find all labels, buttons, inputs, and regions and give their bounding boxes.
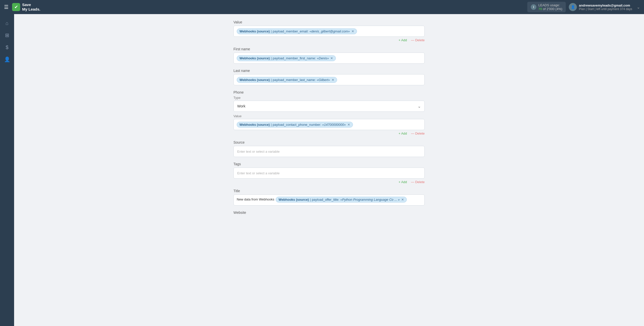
tags-label: Tags (233, 162, 425, 166)
phone-value-input-box[interactable]: Webhooks (source) | payload_contact_phon… (233, 119, 425, 130)
phone-field-group: Phone Type Work ⌄ Value Webhooks (source… (233, 90, 425, 135)
hamburger-icon[interactable]: ☰ (4, 4, 9, 10)
last-name-chip: Webhooks (source) | payload_member_last_… (237, 77, 337, 83)
user-avatar: 👤 (569, 3, 577, 11)
website-label: Website (233, 211, 425, 215)
title-field-group: Title New data from Webhooks Webhooks (s… (233, 189, 425, 206)
phone-field-actions: + Add — Delete (233, 132, 425, 135)
value-add-button[interactable]: + Add (398, 38, 407, 42)
top-navigation: ☰ ✔ Save My Leads. i LEADS usage: 70 of … (0, 0, 644, 14)
logo-text: Save My Leads. (22, 3, 41, 12)
title-label: Title (233, 189, 425, 193)
logo: ✔ Save My Leads. (12, 3, 41, 12)
logo-icon: ✔ (12, 3, 20, 11)
user-info: 👤 andrewsavemyleads@gmail.com Plan | Sta… (569, 3, 640, 11)
phone-label: Phone (233, 90, 425, 94)
title-chip: Webhooks (source) | payload_offer_title:… (276, 197, 407, 202)
phone-type-chevron: ⌄ (418, 104, 421, 109)
value-input-box[interactable]: Webhooks (source) | payload_member_email… (233, 26, 425, 37)
first-name-chip-close[interactable]: ✕ (330, 56, 333, 60)
main-content: Value Webhooks (source) | payload_member… (14, 14, 644, 326)
value-chip: Webhooks (source) | payload_member_email… (237, 28, 357, 34)
tags-input[interactable]: Enter text or select a variable (233, 168, 425, 179)
title-chip-close[interactable]: ✕ (401, 198, 404, 201)
last-name-chip-close[interactable]: ✕ (332, 78, 334, 82)
value-field-actions: + Add — Delete (233, 38, 425, 42)
first-name-field-group: First name Webhooks (source) | payload_m… (233, 47, 425, 64)
website-field-group: Website (233, 211, 425, 215)
value-delete-button[interactable]: — Delete (411, 38, 425, 42)
phone-chip: Webhooks (source) | payload_contact_phon… (237, 122, 353, 128)
user-menu-chevron[interactable]: ⌄ (637, 5, 640, 10)
tags-delete-button[interactable]: — Delete (411, 180, 425, 184)
info-icon: i (531, 4, 536, 10)
form-section: Value Webhooks (source) | payload_member… (233, 20, 425, 215)
source-input[interactable]: Enter text or select a variable (233, 146, 425, 157)
user-details: andrewsavemyleads@gmail.com Plan | Start… (579, 4, 632, 11)
phone-type-label: Type (233, 96, 425, 100)
sidebar-item-profile[interactable]: 👤 (2, 54, 12, 64)
phone-delete-button[interactable]: — Delete (411, 132, 425, 135)
title-static-text: New data from Webhooks (237, 197, 274, 201)
first-name-chip: Webhooks (source) | payload_member_first… (237, 55, 336, 61)
tags-add-button[interactable]: + Add (398, 180, 407, 184)
phone-type-value: Work (237, 104, 245, 108)
source-field-group: Source Enter text or select a variable (233, 140, 425, 157)
title-input-box[interactable]: New data from Webhooks Webhooks (source)… (233, 194, 425, 206)
leads-usage-text: LEADS usage: 70 of 2'000 (4%) (538, 3, 562, 11)
last-name-field-group: Last name Webhooks (source) | payload_me… (233, 69, 425, 85)
sidebar-item-billing[interactable]: $ (2, 42, 12, 52)
tags-field-group: Tags Enter text or select a variable + A… (233, 162, 425, 184)
value-field-group: Value Webhooks (source) | payload_member… (233, 20, 425, 42)
value-chip-close[interactable]: ✕ (351, 29, 354, 33)
value-label: Value (233, 20, 425, 24)
first-name-label: First name (233, 47, 425, 51)
sidebar-item-integrations[interactable]: ⊞ (2, 30, 12, 40)
last-name-label: Last name (233, 69, 425, 73)
tags-field-actions: + Add — Delete (233, 180, 425, 184)
first-name-input-box[interactable]: Webhooks (source) | payload_member_first… (233, 53, 425, 64)
phone-add-button[interactable]: + Add (398, 132, 407, 135)
phone-chip-close[interactable]: ✕ (347, 123, 350, 127)
leads-usage-badge: i LEADS usage: 70 of 2'000 (4%) (527, 2, 566, 12)
source-label: Source (233, 140, 425, 144)
sidebar-item-home[interactable]: ⌂ (2, 18, 12, 28)
last-name-input-box[interactable]: Webhooks (source) | payload_member_last_… (233, 74, 425, 85)
sidebar: ⌂ ⊞ $ 👤 (0, 14, 14, 326)
phone-value-label: Value (233, 114, 425, 118)
phone-type-select[interactable]: Work ⌄ (233, 101, 425, 112)
